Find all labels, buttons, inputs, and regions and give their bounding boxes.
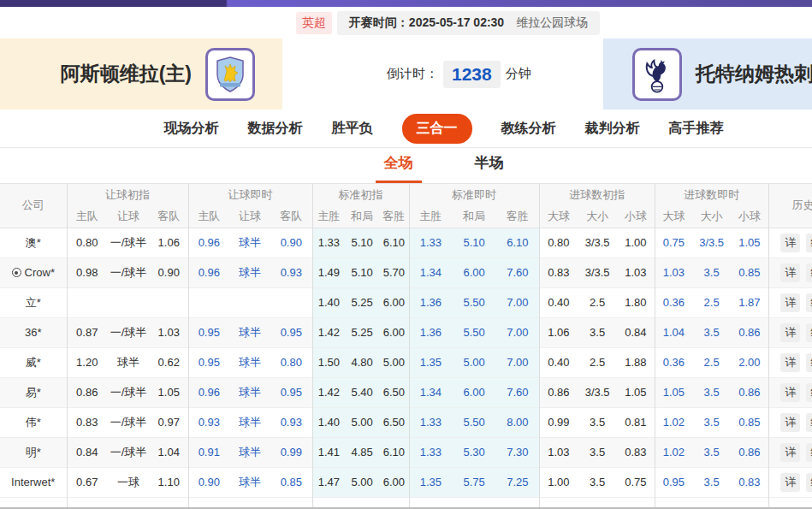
group-header: 让球初指 xyxy=(67,184,188,206)
stats-button[interactable]: 统 xyxy=(806,413,812,432)
odds-cell: 1.36 xyxy=(409,317,452,347)
odds-cell: 0.91 xyxy=(188,437,229,467)
odds-cell: 1.06 xyxy=(150,228,188,257)
odds-cell: 1.40 xyxy=(312,287,345,317)
detail-button[interactable]: 详 xyxy=(780,413,800,432)
odds-cell: 3.5 xyxy=(692,467,731,497)
scope-tabs: 全场半场 xyxy=(0,148,812,184)
stats-button[interactable]: 统 xyxy=(806,323,812,342)
table-row: 36*0.87一/球半1.030.95球半0.951.425.256.001.3… xyxy=(0,317,812,347)
company-cell: 36* xyxy=(0,317,67,347)
nav-tab-0[interactable]: 现场分析 xyxy=(164,120,219,138)
odds-cell: 球半 xyxy=(107,347,150,377)
nav-tab-5[interactable]: 裁判分析 xyxy=(585,120,640,138)
odds-cell: 1.36 xyxy=(409,287,452,317)
odds-cell: 3.5 xyxy=(692,407,731,437)
odds-cell: 6.00 xyxy=(379,287,409,317)
detail-button[interactable]: 详 xyxy=(780,263,800,282)
odds-cell: 5.70 xyxy=(379,257,409,287)
odds-cell: 5.25 xyxy=(345,287,379,317)
odds-cell: 1.42 xyxy=(312,377,345,407)
detail-button[interactable]: 详 xyxy=(780,234,800,252)
detail-button[interactable]: 详 xyxy=(780,323,800,342)
company-cell: 伟* xyxy=(0,407,67,437)
odds-table: 公司让球初指让球即时标准初指标准即时进球数初指进球数即时历史主队让球客队主队让球… xyxy=(0,184,812,498)
odds-cell: 1.05 xyxy=(655,377,692,407)
odds-cell: 6.50 xyxy=(379,377,409,407)
odds-cell: 球半 xyxy=(229,377,270,407)
odds-cell: 5.00 xyxy=(379,347,409,377)
detail-button[interactable]: 详 xyxy=(780,293,800,312)
scope-tab-1[interactable]: 半场 xyxy=(466,153,513,183)
nav-tab-1[interactable]: 数据分析 xyxy=(248,120,303,138)
odds-cell: 0.90 xyxy=(270,228,312,257)
odds-cell: 球半 xyxy=(229,257,270,287)
odds-cell: 0.90 xyxy=(188,467,229,497)
odds-cell: 5.25 xyxy=(345,317,379,347)
detail-button[interactable]: 详 xyxy=(780,353,800,372)
group-header: 标准即时 xyxy=(409,184,539,206)
odds-cell: 7.00 xyxy=(496,317,539,347)
stats-button[interactable]: 统 xyxy=(806,234,812,252)
odds-cell: 5.10 xyxy=(345,257,379,287)
stats-button[interactable]: 统 xyxy=(806,383,812,402)
odds-cell: 0.84 xyxy=(67,437,107,467)
odds-cell: 0.75 xyxy=(655,228,692,257)
odds-cell: 0.40 xyxy=(539,287,578,317)
sub-header: 客队 xyxy=(270,206,312,228)
odds-cell: 7.60 xyxy=(496,257,539,287)
stats-button[interactable]: 统 xyxy=(806,263,812,282)
venue-label: 维拉公园球场 xyxy=(516,15,588,31)
detail-button[interactable]: 详 xyxy=(780,383,800,402)
odds-cell: 1.34 xyxy=(409,257,452,287)
odds-cell: 球半 xyxy=(229,228,270,257)
odds-cell: 1.34 xyxy=(409,377,452,407)
odds-cell: 0.96 xyxy=(188,257,229,287)
nav-tab-3[interactable]: 三合一 xyxy=(402,114,472,144)
company-cell: 立* xyxy=(0,287,67,317)
odds-cell: 0.95 xyxy=(188,347,229,377)
odds-cell: 1.04 xyxy=(655,317,692,347)
sub-header: 主胜 xyxy=(409,206,452,228)
odds-cell: 0.86 xyxy=(731,437,768,467)
odds-cell: 2.5 xyxy=(692,287,731,317)
stats-button[interactable]: 统 xyxy=(806,443,812,462)
stats-button[interactable]: 统 xyxy=(806,293,812,312)
odds-cell: 0.99 xyxy=(539,407,578,437)
odds-cell: 1.80 xyxy=(617,287,655,317)
sub-header: 主胜 xyxy=(312,206,345,228)
countdown-unit: 分钟 xyxy=(506,66,531,82)
scope-tab-0[interactable]: 全场 xyxy=(376,153,422,183)
action-cell: 详统 xyxy=(768,407,812,437)
odds-cell: 球半 xyxy=(229,437,270,467)
odds-cell: 1.20 xyxy=(67,347,107,377)
action-cell: 详统 xyxy=(768,257,812,287)
odds-cell: 5.00 xyxy=(345,467,379,497)
sub-header: 大球 xyxy=(655,206,692,228)
group-header: 标准初指 xyxy=(312,184,409,206)
nav-tab-4[interactable]: 教练分析 xyxy=(501,120,556,138)
odds-cell: 3.5 xyxy=(692,437,731,467)
odds-cell: 1.33 xyxy=(409,228,452,257)
sub-header: 主队 xyxy=(188,206,229,228)
odds-cell: 1.35 xyxy=(409,467,452,497)
nav-tab-2[interactable]: 胜平负 xyxy=(332,120,373,138)
sub-header: 和局 xyxy=(345,206,379,228)
odds-cell: 6.00 xyxy=(379,467,409,497)
detail-button[interactable]: 详 xyxy=(780,473,800,492)
odds-cell: 6.10 xyxy=(379,437,409,467)
table-row: 澳*0.80一/球半1.060.96球半0.901.335.106.101.33… xyxy=(0,228,812,257)
sub-header: 让球 xyxy=(229,206,270,228)
odds-table-head: 公司让球初指让球即时标准初指标准即时进球数初指进球数即时历史主队让球客队主队让球… xyxy=(0,184,812,228)
odds-cell: 0.85 xyxy=(731,407,768,437)
odds-cell: 0.95 xyxy=(655,467,692,497)
odds-cell: 5.10 xyxy=(452,228,496,257)
tottenham-cockerel-icon xyxy=(642,55,673,94)
detail-button[interactable]: 详 xyxy=(780,443,800,462)
stats-button[interactable]: 统 xyxy=(806,473,812,492)
nav-tab-6[interactable]: 高手推荐 xyxy=(669,120,724,138)
stats-button[interactable]: 统 xyxy=(806,353,812,372)
odds-cell: 1.00 xyxy=(539,467,578,497)
odds-cell: 1.02 xyxy=(655,437,692,467)
odds-cell: 1.02 xyxy=(655,407,692,437)
